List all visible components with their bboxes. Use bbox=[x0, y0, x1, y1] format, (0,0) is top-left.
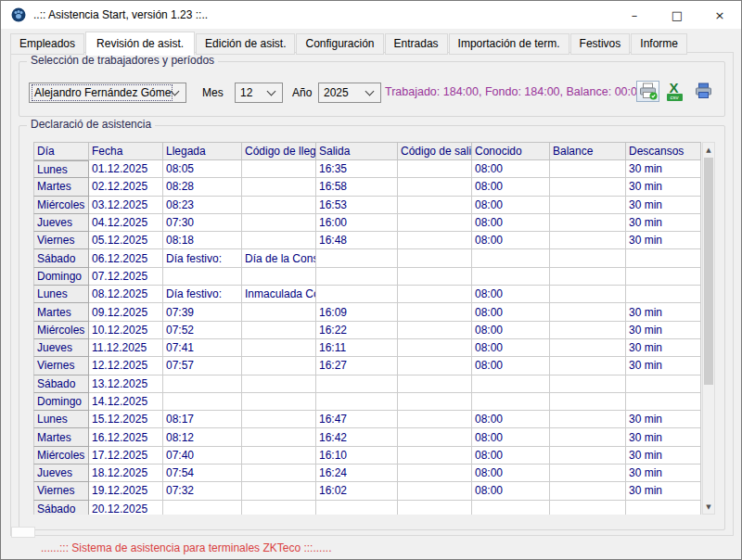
data-cell[interactable] bbox=[398, 339, 472, 357]
maximize-button[interactable]: □ bbox=[656, 1, 698, 29]
day-cell[interactable]: Jueves bbox=[33, 465, 89, 482]
tab-importación-de-term[interactable]: Importación de term. bbox=[449, 33, 569, 55]
day-cell[interactable]: Sábado bbox=[33, 375, 89, 393]
data-cell[interactable] bbox=[163, 268, 242, 286]
data-cell[interactable] bbox=[550, 286, 626, 303]
data-cell[interactable] bbox=[316, 501, 398, 515]
table-row[interactable]: Sábado20.12.2025 bbox=[33, 501, 701, 515]
data-cell[interactable]: 08:00 bbox=[472, 411, 550, 428]
table-row[interactable]: Martes16.12.202508:1216:4208:0030 min bbox=[33, 428, 701, 446]
data-cell[interactable]: 08:00 bbox=[472, 447, 550, 465]
data-cell[interactable] bbox=[242, 232, 316, 249]
data-cell[interactable]: 30 min bbox=[626, 428, 701, 446]
table-row[interactable]: Sábado06.12.2025Día festivo:Día de la Co… bbox=[33, 249, 701, 267]
data-cell[interactable] bbox=[550, 501, 626, 515]
data-cell[interactable] bbox=[472, 249, 550, 267]
data-cell[interactable]: 07:30 bbox=[163, 214, 242, 232]
data-cell[interactable] bbox=[550, 268, 626, 286]
table-row[interactable]: Jueves04.12.202507:3016:0008:0030 min bbox=[33, 214, 701, 232]
tab-empleados[interactable]: Empleados bbox=[10, 33, 84, 55]
data-cell[interactable] bbox=[550, 428, 626, 446]
data-cell[interactable]: 08:00 bbox=[472, 197, 550, 214]
data-cell[interactable]: 19.12.2025 bbox=[89, 482, 163, 500]
data-cell[interactable]: 16:11 bbox=[316, 339, 398, 357]
data-cell[interactable]: 16:09 bbox=[316, 303, 398, 321]
data-cell[interactable] bbox=[163, 375, 242, 393]
close-button[interactable]: × bbox=[698, 1, 741, 29]
day-cell[interactable]: Sábado bbox=[33, 501, 89, 515]
data-cell[interactable] bbox=[316, 268, 398, 286]
data-cell[interactable] bbox=[242, 303, 316, 321]
data-cell[interactable] bbox=[242, 197, 316, 214]
data-cell[interactable] bbox=[398, 286, 472, 303]
data-cell[interactable] bbox=[242, 501, 316, 515]
data-cell[interactable]: 16:42 bbox=[316, 428, 398, 446]
minimize-button[interactable]: – bbox=[613, 1, 656, 29]
data-cell[interactable] bbox=[626, 286, 701, 303]
data-cell[interactable]: 07:52 bbox=[163, 322, 242, 339]
day-cell[interactable]: Martes bbox=[33, 428, 89, 446]
data-cell[interactable]: 06.12.2025 bbox=[89, 249, 163, 267]
table-row[interactable]: Lunes08.12.2025Día festivo:Inmaculada Co… bbox=[33, 286, 701, 303]
data-cell[interactable]: 08:00 bbox=[472, 465, 550, 482]
data-cell[interactable]: 07:54 bbox=[163, 465, 242, 482]
data-cell[interactable]: 08:00 bbox=[472, 160, 550, 178]
data-cell[interactable]: 30 min bbox=[626, 160, 701, 178]
data-cell[interactable]: 07:57 bbox=[163, 357, 242, 375]
data-cell[interactable] bbox=[550, 197, 626, 214]
tab-informe[interactable]: Informe bbox=[631, 33, 687, 55]
day-cell[interactable]: Viernes bbox=[33, 357, 89, 375]
data-cell[interactable]: 18.12.2025 bbox=[89, 465, 163, 482]
day-cell[interactable]: Lunes bbox=[33, 411, 89, 428]
data-cell[interactable]: 16:48 bbox=[316, 232, 398, 249]
data-cell[interactable]: 07:32 bbox=[163, 482, 242, 500]
day-cell[interactable]: Jueves bbox=[33, 339, 89, 357]
day-cell[interactable]: Sábado bbox=[33, 249, 89, 267]
data-cell[interactable] bbox=[398, 447, 472, 465]
data-cell[interactable]: 08:17 bbox=[163, 411, 242, 428]
data-cell[interactable]: 30 min bbox=[626, 339, 701, 357]
scrollbar-thumb[interactable] bbox=[704, 158, 713, 385]
data-cell[interactable] bbox=[550, 214, 626, 232]
data-cell[interactable] bbox=[398, 393, 472, 411]
printer-check-icon[interactable] bbox=[636, 81, 659, 102]
data-cell[interactable] bbox=[242, 268, 316, 286]
table-row[interactable]: Miércoles17.12.202507:4016:1008:0030 min bbox=[33, 447, 701, 465]
data-cell[interactable]: 16.12.2025 bbox=[89, 428, 163, 446]
data-cell[interactable] bbox=[398, 303, 472, 321]
data-cell[interactable]: 30 min bbox=[626, 465, 701, 482]
table-row[interactable]: Domingo07.12.2025 bbox=[33, 268, 701, 286]
data-cell[interactable]: 12.12.2025 bbox=[89, 357, 163, 375]
data-cell[interactable] bbox=[242, 339, 316, 357]
data-cell[interactable]: 16:35 bbox=[316, 160, 398, 178]
year-select[interactable]: 2025 bbox=[318, 83, 381, 103]
day-cell[interactable]: Jueves bbox=[33, 214, 89, 232]
data-cell[interactable] bbox=[242, 375, 316, 393]
data-cell[interactable] bbox=[550, 303, 626, 321]
data-cell[interactable]: Inmaculada Concepción bbox=[242, 286, 316, 303]
data-cell[interactable]: 30 min bbox=[626, 214, 701, 232]
data-cell[interactable] bbox=[550, 232, 626, 249]
tab-configuración[interactable]: Configuración bbox=[296, 33, 383, 55]
table-row[interactable]: Lunes01.12.202508:0516:3508:0030 min bbox=[33, 160, 701, 178]
table-row[interactable]: Viernes05.12.202508:1816:4808:0030 min bbox=[33, 232, 701, 249]
data-cell[interactable] bbox=[398, 465, 472, 482]
data-cell[interactable] bbox=[398, 232, 472, 249]
data-cell[interactable]: 08:00 bbox=[472, 178, 550, 196]
data-cell[interactable]: 30 min bbox=[626, 447, 701, 465]
table-row[interactable]: Miércoles03.12.202508:2316:5308:0030 min bbox=[33, 197, 701, 214]
data-cell[interactable] bbox=[398, 322, 472, 339]
table-row[interactable]: Domingo14.12.2025 bbox=[33, 393, 701, 411]
data-cell[interactable] bbox=[550, 357, 626, 375]
tab-revisión-de-asist[interactable]: Revisión de asist. bbox=[85, 32, 195, 56]
day-cell[interactable]: Miércoles bbox=[33, 197, 89, 214]
day-cell[interactable]: Domingo bbox=[33, 268, 89, 286]
table-row[interactable]: Jueves11.12.202507:4116:1108:0030 min bbox=[33, 339, 701, 357]
data-cell[interactable]: 08:00 bbox=[472, 428, 550, 446]
data-cell[interactable]: 15.12.2025 bbox=[89, 411, 163, 428]
data-cell[interactable] bbox=[550, 393, 626, 411]
data-cell[interactable] bbox=[242, 411, 316, 428]
data-cell[interactable] bbox=[398, 375, 472, 393]
data-cell[interactable]: 16:02 bbox=[316, 482, 398, 500]
data-cell[interactable]: 16:53 bbox=[316, 197, 398, 214]
